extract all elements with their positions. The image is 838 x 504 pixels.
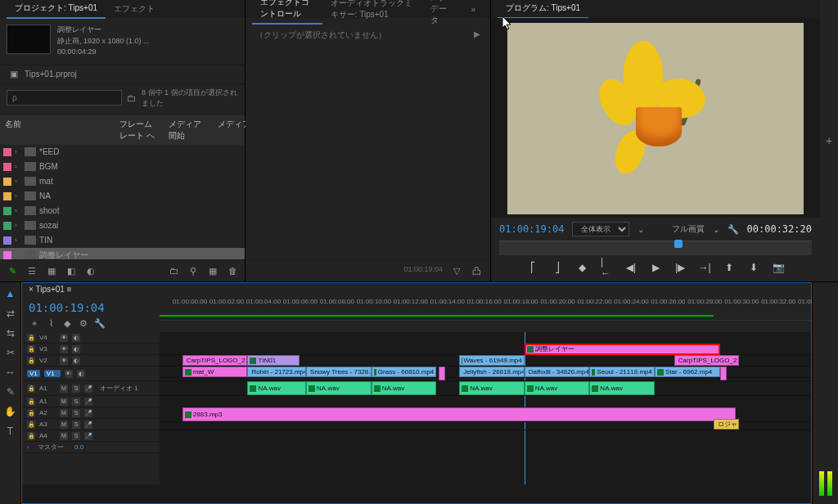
lock-icon[interactable]: 🔒 xyxy=(27,421,35,429)
wrench2-icon[interactable]: 🔧 xyxy=(94,317,106,329)
extract-icon[interactable]: ⬇ xyxy=(748,262,759,273)
edit-icon[interactable]: ✎ xyxy=(7,265,18,277)
clip[interactable]: TIN01 xyxy=(247,355,300,366)
toggle-output-icon[interactable]: 👁 xyxy=(60,334,68,342)
clip[interactable]: NA.wav xyxy=(525,381,590,395)
mute-icon[interactable]: M xyxy=(60,398,68,406)
chevron-icon[interactable]: › xyxy=(15,236,21,244)
tab-program[interactable]: プログラム: Tips+01 xyxy=(498,0,588,19)
track-area[interactable]: 調整レイヤーCarpTIPS_LOGO_2104TIN01Waves - 619… xyxy=(160,332,811,484)
clip[interactable]: NA.wav xyxy=(589,381,655,395)
track-select-tool-icon[interactable]: ⇄ xyxy=(4,307,17,320)
program-timecode[interactable]: 01:00:19:04 xyxy=(499,223,564,235)
sort-icon[interactable]: ◐ xyxy=(85,265,97,277)
new-item-icon[interactable]: ▦ xyxy=(207,265,219,277)
project-item[interactable]: › NA xyxy=(0,189,245,204)
pen-tool-icon[interactable]: ✎ xyxy=(4,385,17,398)
new-bin-icon[interactable]: 🗀 xyxy=(168,265,179,277)
clip[interactable]: NA.wav xyxy=(247,381,306,395)
trash-icon[interactable]: 🗑 xyxy=(227,265,238,277)
tab-project[interactable]: プロジェクト: Tips+01 xyxy=(7,0,106,19)
mark-in-icon[interactable]: ⎡ xyxy=(527,262,538,273)
chevron-icon[interactable]: › xyxy=(15,163,21,170)
mute-icon[interactable]: M xyxy=(60,421,68,429)
voice-icon[interactable]: 🎤 xyxy=(84,385,92,393)
search-icon[interactable]: ⚲ xyxy=(187,265,199,277)
toggle-output-icon[interactable]: 👁 xyxy=(60,345,68,353)
lock-icon[interactable]: 🔒 xyxy=(27,334,35,342)
lock-icon[interactable]: 🔒 xyxy=(27,385,35,393)
timeline-tab[interactable]: × Tips+01 ≡ xyxy=(29,285,72,294)
voice-icon[interactable]: 🎤 xyxy=(84,432,92,440)
clip[interactable]: Waves - 61949.mp4 xyxy=(459,355,525,366)
marker-icon[interactable]: ◆ xyxy=(576,262,588,273)
link-icon[interactable]: ⌇ xyxy=(45,317,56,329)
razor-tool-icon[interactable]: ✂ xyxy=(4,346,17,359)
project-item[interactable]: 調整レイヤー xyxy=(0,248,245,260)
track-header[interactable]: 🔒V4 👁 ◐ xyxy=(22,332,160,344)
new-folder-icon[interactable]: 🗀 xyxy=(127,92,137,104)
snap-icon[interactable]: ⌖ xyxy=(29,317,40,329)
audio-track-header[interactable]: 🔒 A1 M S 🎤 xyxy=(22,396,160,407)
program-playhead-icon[interactable] xyxy=(674,240,683,248)
toggle-sync-icon[interactable]: ◐ xyxy=(72,357,80,365)
audio-track-header[interactable]: 🔒 A4 M S 🎤 xyxy=(22,430,160,442)
clip[interactable]: CarpTIPS_LOGO_2104 xyxy=(182,355,248,366)
label-color-swatch[interactable] xyxy=(3,148,11,156)
slip-tool-icon[interactable]: ↔ xyxy=(4,366,17,379)
marker2-icon[interactable]: ◆ xyxy=(61,317,73,329)
hand-tool-icon[interactable]: ✋ xyxy=(4,405,17,418)
clip[interactable]: ロジャ xyxy=(714,419,740,430)
project-item[interactable]: › BGM xyxy=(0,160,245,174)
project-item[interactable]: › *EED xyxy=(0,145,245,160)
label-color-swatch[interactable] xyxy=(3,207,11,215)
track-name[interactable]: A1 xyxy=(39,385,56,392)
label-color-swatch[interactable] xyxy=(3,192,11,200)
source-thumb[interactable] xyxy=(7,25,51,54)
fx-filter-icon[interactable]: ▽ xyxy=(451,265,462,277)
track-name[interactable]: V1 xyxy=(44,370,61,377)
label-color-swatch[interactable] xyxy=(3,222,11,230)
fx-filter2-icon[interactable]: 凸 xyxy=(471,265,482,277)
lock-icon[interactable]: 🔒 xyxy=(27,409,35,417)
label-color-swatch[interactable] xyxy=(3,163,11,171)
item-list[interactable]: › *EED › BGM › mat › NA › shoot › sozai … xyxy=(0,145,245,260)
col-media[interactable]: メディア開始 xyxy=(164,115,213,145)
track-lane[interactable]: NA.wavNA.wavNA.wavNA.wavNA.wavNA.wav xyxy=(160,381,811,396)
master-track-header[interactable]: ›マスター0.0 xyxy=(22,442,160,453)
timeline-timecode[interactable]: 01:00:19:04 xyxy=(29,301,153,314)
solo-icon[interactable]: S xyxy=(72,421,80,429)
goto-out-icon[interactable]: →| xyxy=(699,262,710,273)
voice-icon[interactable]: 🎤 xyxy=(84,398,92,406)
lock-icon[interactable]: 🔒 xyxy=(27,398,35,406)
chevron-icon[interactable]: › xyxy=(15,148,21,155)
type-tool-icon[interactable]: T xyxy=(4,425,17,438)
settings-icon[interactable]: ⚙ xyxy=(78,317,89,329)
wrench-icon[interactable]: 🔧 xyxy=(728,223,739,235)
transition-clip[interactable] xyxy=(720,367,727,380)
voice-icon[interactable]: 🎤 xyxy=(84,421,92,429)
freeform-icon[interactable]: ◧ xyxy=(65,265,77,277)
solo-icon[interactable]: S xyxy=(72,398,80,406)
search-input[interactable] xyxy=(7,90,122,106)
toggle-sync-icon[interactable]: ◐ xyxy=(72,334,80,342)
track-name[interactable]: A4 xyxy=(39,432,56,439)
col-name[interactable]: 名前 xyxy=(0,115,115,145)
track-name[interactable]: V3 xyxy=(39,345,56,353)
step-fwd-icon[interactable]: |▶ xyxy=(674,262,686,273)
mute-icon[interactable]: M xyxy=(60,432,68,440)
col-fps[interactable]: フレームレート へ xyxy=(115,115,164,145)
tabs-overflow-icon[interactable]: » xyxy=(462,2,484,17)
audio-track-header[interactable]: 🔒 A1 M S 🎤オーディオ 1 xyxy=(22,381,160,396)
track-name[interactable]: A3 xyxy=(39,421,56,428)
fit-dropdown[interactable]: 全体表示 xyxy=(572,222,629,236)
solo-icon[interactable]: S xyxy=(72,409,80,417)
add-panel-button[interactable]: + xyxy=(820,0,838,281)
project-item[interactable]: › mat xyxy=(0,174,245,189)
solo-icon[interactable]: S xyxy=(72,385,80,393)
master-value[interactable]: 0.0 xyxy=(74,443,83,451)
audio-track-header[interactable]: 🔒 A3 M S 🎤 xyxy=(22,419,160,430)
work-area-bar[interactable] xyxy=(160,315,811,317)
track-header[interactable]: 🔒V2 👁 ◐ xyxy=(22,355,160,367)
track-name[interactable]: A1 xyxy=(39,398,56,405)
